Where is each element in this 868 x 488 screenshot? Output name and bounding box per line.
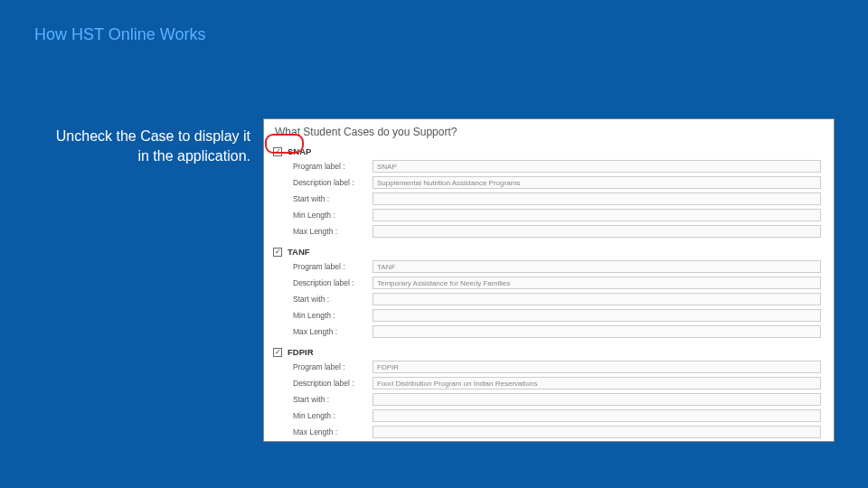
field-row: Start with : [273, 191, 834, 207]
case-section-tanf: ✓ TANF Program label : TANF Description … [264, 243, 834, 343]
field-label: Max Length : [293, 327, 373, 336]
field-row: Program label : TANF [273, 258, 834, 275]
page-title: How HST Online Works [34, 25, 205, 44]
case-checkbox-fdpir[interactable]: ✓ [273, 348, 282, 357]
field-row: Min Length : [273, 307, 834, 324]
start-with-input[interactable] [373, 393, 821, 406]
start-with-input[interactable] [373, 192, 821, 205]
field-row: Description label : Food Distribution Pr… [273, 375, 834, 391]
max-length-input[interactable] [373, 325, 821, 338]
description-label-input[interactable]: Supplemental Nutrition Assistance Progra… [373, 176, 821, 189]
field-row: Description label : Temporary Assistance… [273, 275, 834, 291]
max-length-input[interactable] [373, 225, 821, 238]
min-length-input[interactable] [373, 209, 821, 221]
field-label: Description label : [293, 278, 373, 287]
program-label-input[interactable]: FDPIR [373, 361, 821, 373]
program-label-input[interactable]: TANF [373, 260, 821, 273]
field-label: Description label : [293, 178, 373, 187]
case-checkbox-snap[interactable]: ✓ [273, 147, 282, 156]
case-checkbox-tanf[interactable]: ✓ [273, 248, 282, 257]
field-label: Program label : [293, 162, 373, 171]
start-with-input[interactable] [373, 293, 821, 305]
field-label: Min Length : [293, 211, 373, 220]
field-label: Start with : [293, 194, 373, 203]
field-row: Max Length : [273, 424, 834, 440]
field-label: Max Length : [293, 227, 373, 236]
field-row: Start with : [273, 291, 834, 307]
field-label: Description label : [293, 379, 373, 388]
case-header: ✓ TANF [273, 245, 834, 258]
field-row: Description label : Supplemental Nutriti… [273, 174, 834, 191]
case-title: TANF [288, 247, 310, 257]
case-header: ✓ FDPIR [273, 345, 834, 359]
field-label: Program label : [293, 362, 373, 371]
min-length-input[interactable] [373, 409, 821, 422]
field-row: Program label : FDPIR [273, 359, 834, 375]
case-section-fdpir: ✓ FDPIR Program label : FDPIR Descriptio… [264, 343, 834, 442]
case-title: SNAP [288, 146, 311, 156]
panel-header: What Student Cases do you Support? [264, 119, 834, 143]
field-label: Min Length : [293, 411, 373, 420]
form-panel: What Student Cases do you Support? ✓ SNA… [263, 118, 835, 442]
min-length-input[interactable] [373, 309, 821, 322]
instruction-caption: Uncheck the Case to display it in the ap… [47, 127, 250, 165]
case-header: ✓ SNAP [273, 145, 834, 158]
field-row: Max Length : [273, 223, 834, 239]
description-label-input[interactable]: Temporary Assistance for Needy Families [373, 277, 821, 289]
field-row: Start with : [273, 391, 834, 408]
field-row: Min Length : [273, 408, 834, 424]
field-row: Program label : SNAP [273, 158, 834, 174]
case-section-snap: ✓ SNAP Program label : SNAP Description … [264, 143, 834, 243]
field-label: Program label : [293, 262, 373, 271]
case-title: FDPIR [288, 347, 314, 357]
description-label-input[interactable]: Food Distribution Program on Indian Rese… [373, 377, 821, 389]
field-label: Start with : [293, 295, 373, 304]
field-label: Min Length : [293, 311, 373, 320]
max-length-input[interactable] [373, 426, 821, 438]
field-label: Start with : [293, 395, 373, 404]
program-label-input[interactable]: SNAP [373, 160, 821, 173]
field-row: Max Length : [273, 324, 834, 340]
field-row: Min Length : [273, 207, 834, 223]
field-label: Max Length : [293, 427, 373, 436]
